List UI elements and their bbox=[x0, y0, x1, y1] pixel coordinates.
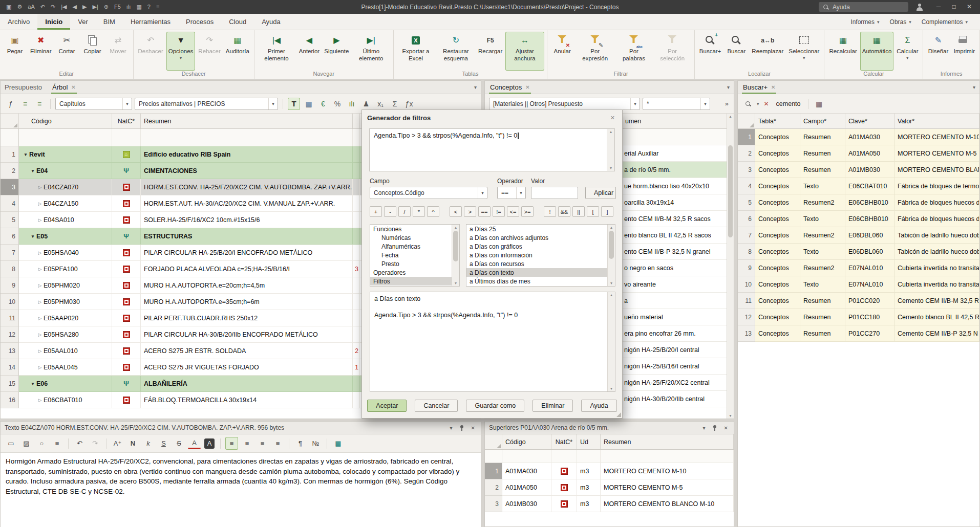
saved-filter-item[interactable]: a Días con información bbox=[466, 251, 607, 259]
superior-row[interactable]: 2A01MA050m3MORTERO CEMENTO M-5 bbox=[485, 479, 734, 496]
expand-icon[interactable]: ▷ bbox=[36, 250, 44, 255]
grid-icon[interactable]: ▦ bbox=[136, 4, 141, 10]
saved-filter-item[interactable]: a Días con archivos adjuntos bbox=[466, 233, 607, 242]
search-result-row[interactable]: 6ConceptosTextoE06CBHB010Fábrica de bloq… bbox=[738, 211, 979, 227]
ribbon-exportar-a-excel-button[interactable]: XExportar a Excel bbox=[396, 32, 435, 71]
save-icon[interactable]: ▣ bbox=[6, 4, 11, 10]
menu-icon[interactable]: ≡ bbox=[156, 4, 159, 10]
superior-row[interactable]: 3A01MB030m3MORTERO CEMENTO BLANCO M-10 bbox=[485, 496, 734, 512]
column-header-resumen-fragment[interactable]: umen bbox=[625, 114, 641, 128]
concepts-vertical-scrollbar[interactable] bbox=[727, 114, 734, 419]
scrollbar-thumb[interactable] bbox=[728, 145, 733, 237]
valor-input[interactable] bbox=[531, 187, 578, 199]
underline-icon[interactable]: S bbox=[157, 437, 170, 450]
strike-icon[interactable]: S bbox=[173, 437, 185, 450]
operator-button[interactable]: - bbox=[384, 206, 396, 217]
user-icon[interactable]: ♟ bbox=[360, 98, 372, 110]
guardar-como-button[interactable]: Guardar como bbox=[466, 400, 524, 412]
search-result-row[interactable]: 2ConceptosResumenA01MA050MORTERO CEMENTO… bbox=[738, 145, 979, 162]
ribbon-buscar-button[interactable]: +Buscar+ bbox=[697, 32, 723, 71]
expand-icon[interactable]: ▷ bbox=[36, 348, 44, 354]
concepts-mask-select[interactable]: * bbox=[643, 98, 710, 110]
settings-icon[interactable]: ⚙ bbox=[17, 4, 22, 10]
chart-icon[interactable]: ılı bbox=[346, 98, 358, 110]
image-icon[interactable]: ▨ bbox=[20, 437, 33, 450]
help-search-box[interactable]: Ayuda bbox=[819, 2, 908, 12]
bold-icon[interactable]: N bbox=[126, 437, 139, 450]
maximize-button[interactable]: □ bbox=[946, 0, 962, 14]
tab-conceptos[interactable]: Conceptos ✕ bbox=[489, 81, 531, 94]
ribbon-opciones-button[interactable]: ▼Opciones▾ bbox=[166, 32, 196, 71]
column-header-valor[interactable]: Valor* bbox=[894, 114, 979, 128]
collapse-icon[interactable]: ▾ bbox=[29, 381, 36, 386]
saved-filter-item[interactable]: a Últimos días de mes bbox=[466, 277, 607, 286]
panel-menu-icon[interactable]: ▾ bbox=[727, 84, 730, 90]
operador-select[interactable]: == bbox=[497, 187, 526, 199]
ribbon-eliminar-button[interactable]: ✖Eliminar bbox=[28, 32, 54, 71]
dialog-titlebar[interactable]: Generador de filtros ✕ bbox=[362, 110, 622, 125]
ribbon-pegar-button[interactable]: ▣Pegar bbox=[3, 32, 27, 71]
panel-menu-icon[interactable]: ▾ bbox=[449, 425, 454, 431]
font-color-icon[interactable]: A bbox=[188, 438, 201, 449]
menu-procesos[interactable]: Procesos bbox=[178, 14, 221, 30]
category-item[interactable]: Operadores bbox=[370, 268, 452, 277]
table-icon[interactable]: ▦ bbox=[332, 437, 345, 450]
close-icon[interactable]: ✕ bbox=[525, 84, 529, 90]
percent-icon[interactable]: % bbox=[331, 98, 344, 110]
column-header-clave[interactable]: Clave* bbox=[845, 114, 894, 128]
panel-menu-icon[interactable]: ▾ bbox=[701, 425, 707, 431]
search-result-row[interactable]: 4ConceptosTextoE06CBAT010Fábrica de bloq… bbox=[738, 178, 979, 194]
expand-icon[interactable]: ▷ bbox=[36, 185, 44, 190]
saved-filters-scrollbar[interactable] bbox=[607, 225, 615, 286]
column-header-natc[interactable]: NatC* bbox=[112, 114, 141, 128]
font-size-icon[interactable]: aA bbox=[28, 4, 34, 10]
search-result-row[interactable]: 12ConceptosResumenP01CC180Cemento blanco… bbox=[738, 309, 979, 325]
capitulos-select[interactable]: Capítulos bbox=[55, 98, 132, 110]
operator-button[interactable]: >= bbox=[521, 206, 534, 217]
ribbon-calcular-button[interactable]: ΣCalcular▾ bbox=[894, 32, 920, 71]
close-icon[interactable]: ✕ bbox=[722, 425, 730, 431]
search-result-row[interactable]: 13ConceptosResumenP01CC270Cemento CEM II… bbox=[738, 325, 979, 342]
aplicar-button[interactable]: Aplicar bbox=[585, 187, 616, 199]
sigma-icon[interactable]: Σ bbox=[389, 98, 401, 110]
category-item[interactable]: Fecha bbox=[370, 251, 452, 259]
expand-icon[interactable]: ▷ bbox=[36, 299, 44, 304]
collapse-levels-icon[interactable]: ≡ bbox=[33, 98, 46, 110]
precios-select[interactable]: Precios alternativos | PRECIOS bbox=[135, 98, 278, 110]
operator-button[interactable]: / bbox=[398, 206, 411, 217]
menu-bim[interactable]: BIM bbox=[96, 14, 123, 30]
operator-button[interactable]: ! bbox=[544, 206, 556, 217]
close-button[interactable]: ✕ bbox=[962, 0, 977, 14]
ribbon-por-expresion-button[interactable]: Por expresión bbox=[576, 32, 614, 71]
search-result-row[interactable]: 5ConceptosResumen2E06CBHB010Fábrica de b… bbox=[738, 194, 979, 211]
ribbon-primer-elemento-button[interactable]: |◀Primer elemento bbox=[257, 32, 296, 71]
collapse-icon[interactable]: ▾ bbox=[29, 168, 36, 173]
ribbon-automatico-button[interactable]: ▦Automático bbox=[860, 32, 894, 71]
ribbon-recalcular-button[interactable]: ▦Recalcular bbox=[827, 32, 859, 71]
collapse-icon[interactable]: ▾ bbox=[29, 234, 36, 239]
operator-button[interactable]: * bbox=[413, 206, 425, 217]
expression-scrollbar[interactable] bbox=[607, 129, 614, 171]
refresh-icon[interactable]: F5 bbox=[114, 4, 121, 10]
operator-button[interactable]: <= bbox=[507, 206, 519, 217]
ribbon-ajustar-anchura-button[interactable]: ↔Ajustar anchura bbox=[505, 32, 544, 71]
concepts-filter-select[interactable]: [Materiales || Otros] Presupuesto bbox=[489, 98, 640, 110]
saved-filter-item[interactable]: a Días con recursos bbox=[466, 259, 607, 268]
euro-icon[interactable]: € bbox=[317, 98, 329, 110]
last-record-icon[interactable]: ▶| bbox=[92, 4, 98, 10]
select-all-cell[interactable] bbox=[738, 114, 755, 128]
highlight-icon[interactable]: A bbox=[204, 438, 215, 449]
close-icon[interactable]: ✕ bbox=[71, 84, 75, 90]
category-item[interactable]: Alfanuméricas bbox=[370, 242, 452, 251]
superiores-filter-row[interactable] bbox=[485, 450, 734, 463]
menu-obras[interactable]: Obras▾ bbox=[885, 18, 917, 26]
saved-filter-item[interactable]: a Días con texto bbox=[466, 268, 607, 277]
help-icon[interactable]: ? bbox=[147, 4, 151, 10]
eliminar-button[interactable]: Eliminar bbox=[532, 400, 573, 412]
expand-icon[interactable]: ▷ bbox=[36, 217, 44, 223]
minimize-button[interactable]: ─ bbox=[931, 0, 946, 14]
filter-preview[interactable]: a Días con texto Agenda.Tipo > 3 && strp… bbox=[370, 292, 615, 392]
ribbon-reemplazar-button[interactable]: a↔bReemplazar bbox=[750, 32, 785, 71]
expand-icon[interactable]: ▷ bbox=[36, 283, 44, 288]
undo-icon[interactable]: ↶ bbox=[40, 4, 45, 10]
